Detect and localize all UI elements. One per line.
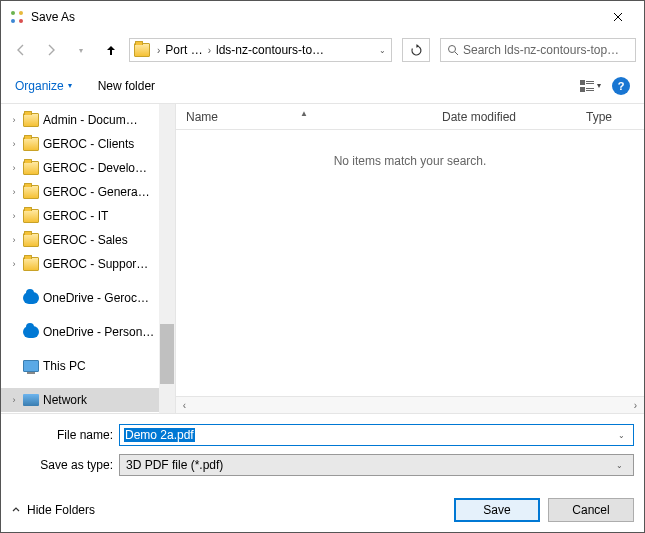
svg-rect-10 bbox=[586, 88, 594, 89]
svg-rect-8 bbox=[586, 83, 594, 84]
chevron-down-icon bbox=[11, 505, 21, 515]
window-title: Save As bbox=[31, 10, 600, 24]
folder-icon bbox=[23, 185, 39, 199]
breadcrumb-item[interactable]: Port … bbox=[163, 43, 204, 57]
onedrive-icon bbox=[23, 326, 39, 338]
file-list: No items match your search. bbox=[176, 130, 644, 396]
svg-point-4 bbox=[449, 46, 456, 53]
refresh-button[interactable] bbox=[402, 38, 430, 62]
breadcrumb-item[interactable]: lds-nz-contours-to… bbox=[214, 43, 326, 57]
column-type[interactable]: Type bbox=[576, 110, 644, 124]
filename-input[interactable]: Demo 2a.pdf ⌄ bbox=[119, 424, 634, 446]
up-button[interactable] bbox=[99, 38, 123, 62]
svg-point-1 bbox=[19, 11, 23, 15]
column-name[interactable]: ▲Name bbox=[176, 110, 432, 124]
folder-icon bbox=[23, 233, 39, 247]
tree-item[interactable]: This PC bbox=[1, 354, 159, 378]
tree-item[interactable]: OneDrive - Geroc… bbox=[1, 286, 159, 310]
svg-point-0 bbox=[11, 11, 15, 15]
svg-rect-6 bbox=[580, 80, 585, 85]
tree-item-network[interactable]: ›Network bbox=[1, 388, 159, 412]
cancel-button[interactable]: Cancel bbox=[548, 498, 634, 522]
horizontal-scrollbar[interactable]: ‹ › bbox=[176, 396, 644, 413]
tree-item[interactable]: ›GEROC - Sales bbox=[1, 228, 159, 252]
search-input[interactable]: Search lds-nz-contours-top… bbox=[440, 38, 636, 62]
app-icon bbox=[9, 9, 25, 25]
forward-button[interactable] bbox=[39, 38, 63, 62]
onedrive-icon bbox=[23, 292, 39, 304]
close-button[interactable] bbox=[600, 2, 636, 32]
tree-item[interactable]: ›GEROC - Develo… bbox=[1, 156, 159, 180]
scroll-right-icon[interactable]: › bbox=[627, 400, 644, 411]
chevron-right-icon[interactable]: › bbox=[205, 45, 214, 56]
svg-point-2 bbox=[11, 19, 15, 23]
search-icon bbox=[447, 44, 459, 56]
tree-item[interactable]: ›GEROC - Clients bbox=[1, 132, 159, 156]
chevron-right-icon[interactable]: › bbox=[154, 45, 163, 56]
search-placeholder: Search lds-nz-contours-top… bbox=[459, 43, 629, 57]
svg-point-3 bbox=[19, 19, 23, 23]
scroll-thumb[interactable] bbox=[160, 324, 174, 384]
save-button[interactable]: Save bbox=[454, 498, 540, 522]
filetype-label: Save as type: bbox=[11, 458, 119, 472]
view-options-button[interactable]: ▾ bbox=[578, 76, 602, 96]
back-button[interactable] bbox=[9, 38, 33, 62]
expand-icon[interactable]: › bbox=[9, 139, 19, 149]
address-dropdown[interactable]: ⌄ bbox=[373, 46, 391, 55]
folder-icon bbox=[23, 113, 39, 127]
filetype-value: 3D PDF file (*.pdf) bbox=[126, 458, 223, 472]
expand-icon[interactable]: › bbox=[9, 115, 19, 125]
empty-message: No items match your search. bbox=[334, 154, 487, 168]
expand-icon[interactable]: › bbox=[9, 163, 19, 173]
folder-icon bbox=[23, 257, 39, 271]
expand-icon[interactable]: › bbox=[9, 235, 19, 245]
filename-value: Demo 2a.pdf bbox=[124, 428, 195, 442]
address-bar[interactable]: › Port … › lds-nz-contours-to… ⌄ bbox=[129, 38, 392, 62]
folder-tree[interactable]: ›Admin - Docum… ›GEROC - Clients ›GEROC … bbox=[1, 104, 159, 413]
expand-icon[interactable]: › bbox=[9, 211, 19, 221]
expand-icon[interactable]: › bbox=[9, 187, 19, 197]
help-button[interactable]: ? bbox=[612, 77, 630, 95]
folder-icon bbox=[23, 209, 39, 223]
sort-asc-icon: ▲ bbox=[300, 109, 308, 118]
tree-item[interactable]: OneDrive - Person… bbox=[1, 320, 159, 344]
column-date[interactable]: Date modified bbox=[432, 110, 576, 124]
hide-folders-toggle[interactable]: Hide Folders bbox=[11, 503, 95, 517]
column-header-row: ▲Name Date modified Type bbox=[176, 104, 644, 130]
filename-label: File name: bbox=[11, 428, 119, 442]
tree-item[interactable]: ›GEROC - Genera… bbox=[1, 180, 159, 204]
svg-rect-7 bbox=[586, 81, 594, 82]
expand-icon[interactable]: › bbox=[9, 259, 19, 269]
svg-rect-9 bbox=[580, 87, 585, 92]
chevron-down-icon: ▾ bbox=[68, 81, 72, 90]
scroll-left-icon[interactable]: ‹ bbox=[176, 400, 193, 411]
filename-dropdown[interactable]: ⌄ bbox=[613, 431, 629, 440]
expand-icon[interactable]: › bbox=[9, 395, 19, 405]
recent-dropdown[interactable]: ▾ bbox=[69, 38, 93, 62]
tree-item[interactable]: ›Admin - Docum… bbox=[1, 108, 159, 132]
folder-icon bbox=[132, 40, 152, 60]
folder-icon bbox=[23, 137, 39, 151]
network-icon bbox=[23, 394, 39, 406]
pc-icon bbox=[23, 360, 39, 372]
filetype-dropdown-icon: ⌄ bbox=[611, 461, 627, 470]
tree-scrollbar[interactable] bbox=[159, 104, 175, 413]
organize-menu[interactable]: Organize ▾ bbox=[15, 79, 72, 93]
svg-line-5 bbox=[455, 52, 458, 55]
filetype-select[interactable]: 3D PDF file (*.pdf) ⌄ bbox=[119, 454, 634, 476]
svg-rect-11 bbox=[586, 90, 594, 91]
new-folder-button[interactable]: New folder bbox=[98, 79, 155, 93]
tree-item[interactable]: ›GEROC - Suppor… bbox=[1, 252, 159, 276]
tree-item[interactable]: ›GEROC - IT bbox=[1, 204, 159, 228]
folder-icon bbox=[23, 161, 39, 175]
